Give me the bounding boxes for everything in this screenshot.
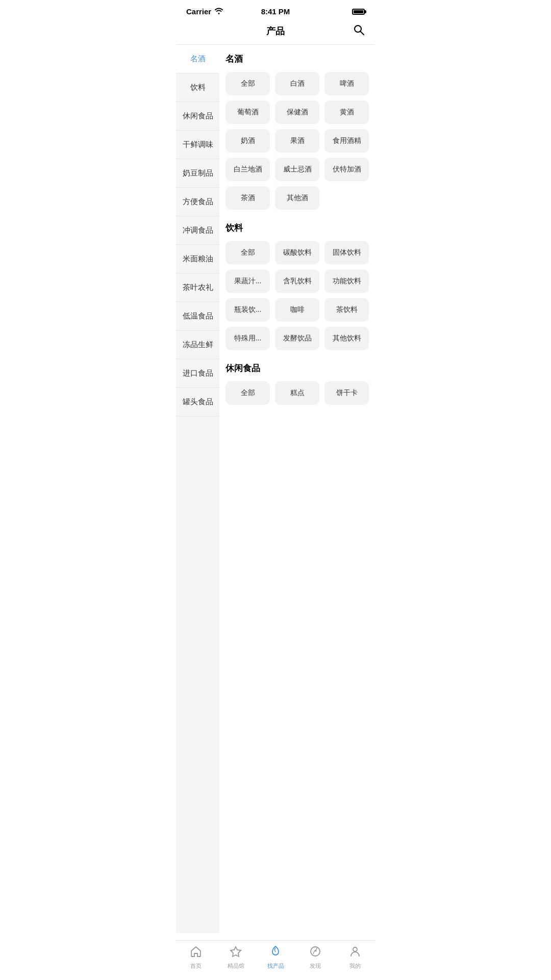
sidebar-item-dongPin[interactable]: 冻品生鲜 xyxy=(176,331,219,359)
nav-home[interactable]: 首页 xyxy=(176,945,216,970)
tag-item[interactable]: 茶酒 xyxy=(226,186,270,210)
right-content: 名酒全部白酒啤酒葡萄酒保健酒黄酒奶酒果酒食用酒精白兰地酒威士忌酒伏特加酒茶酒其他… xyxy=(219,45,375,933)
carrier-label: Carrier xyxy=(186,7,211,16)
sidebar-item-ganXian[interactable]: 干鲜调味 xyxy=(176,131,219,159)
sidebar-item-fangBian[interactable]: 方便食品 xyxy=(176,188,219,216)
sidebar-item-chaYe[interactable]: 茶叶农礼 xyxy=(176,274,219,302)
nav-find-product[interactable]: 找产品 xyxy=(256,945,295,970)
tags-grid-mingJiu: 全部白酒啤酒葡萄酒保健酒黄酒奶酒果酒食用酒精白兰地酒威士忌酒伏特加酒茶酒其他酒 xyxy=(226,72,369,210)
category-section-yinLiao: 饮料全部碳酸饮料固体饮料果蔬汁...含乳饮料功能饮料瓶装饮...咖啡茶饮料特殊用… xyxy=(226,222,369,350)
battery-icon xyxy=(352,9,365,15)
sidebar-item-chongTiao[interactable]: 冲调食品 xyxy=(176,216,219,245)
bottom-nav: 首页 精品馆 找产品 发现 xyxy=(176,940,375,980)
search-button[interactable] xyxy=(353,23,365,39)
main-content: 名酒饮料休闲食品干鲜调味奶豆制品方便食品冲调食品米面粮油茶叶农礼低温食品冻品生鲜… xyxy=(176,45,375,933)
sidebar-item-miMian[interactable]: 米面粮油 xyxy=(176,245,219,274)
page-title: 产品 xyxy=(266,25,285,37)
nav-discover[interactable]: 发现 xyxy=(295,945,335,970)
tag-item[interactable]: 伏特加酒 xyxy=(324,158,369,181)
tag-item[interactable]: 功能饮料 xyxy=(324,270,369,293)
sidebar-item-xiuXian[interactable]: 休闲食品 xyxy=(176,102,219,131)
tag-item[interactable]: 葡萄酒 xyxy=(226,101,270,124)
tag-item[interactable]: 食用酒精 xyxy=(324,129,369,153)
nav-premium-label: 精品馆 xyxy=(228,962,244,970)
tag-item[interactable]: 糕点 xyxy=(275,381,319,405)
tags-grid-yinLiao: 全部碳酸饮料固体饮料果蔬汁...含乳饮料功能饮料瓶装饮...咖啡茶饮料特殊用..… xyxy=(226,241,369,350)
nav-home-label: 首页 xyxy=(190,962,202,970)
tag-item[interactable]: 白酒 xyxy=(275,72,319,95)
tag-item[interactable]: 咖啡 xyxy=(275,298,319,322)
wifi-icon xyxy=(214,7,223,16)
svg-line-1 xyxy=(361,32,364,35)
tag-item[interactable]: 瓶装饮... xyxy=(226,298,270,322)
tag-item[interactable]: 奶酒 xyxy=(226,129,270,153)
header: 产品 xyxy=(176,20,375,45)
category-title-mingJiu: 名酒 xyxy=(226,53,369,65)
tag-item[interactable]: 白兰地酒 xyxy=(226,158,270,181)
svg-point-4 xyxy=(315,950,317,952)
sidebar-item-mingJiu[interactable]: 名酒 xyxy=(176,45,219,74)
discover-icon xyxy=(309,945,322,960)
sidebar: 名酒饮料休闲食品干鲜调味奶豆制品方便食品冲调食品米面粮油茶叶农礼低温食品冻品生鲜… xyxy=(176,45,219,933)
category-title-yinLiao: 饮料 xyxy=(226,222,369,234)
sidebar-item-diWen[interactable]: 低温食品 xyxy=(176,302,219,331)
tag-item[interactable]: 保健酒 xyxy=(275,101,319,124)
tag-item[interactable]: 啤酒 xyxy=(324,72,369,95)
tag-item[interactable]: 全部 xyxy=(226,241,270,264)
tag-item[interactable]: 全部 xyxy=(226,72,270,95)
tag-item[interactable]: 特殊用... xyxy=(226,327,270,350)
time-label: 8:41 PM xyxy=(261,7,290,16)
tag-item[interactable]: 茶饮料 xyxy=(324,298,369,322)
nav-mine-label: 我的 xyxy=(349,962,361,970)
nav-mine[interactable]: 我的 xyxy=(335,945,375,970)
tag-item[interactable]: 果酒 xyxy=(275,129,319,153)
tag-item[interactable]: 含乳饮料 xyxy=(275,270,319,293)
mine-icon xyxy=(348,945,362,960)
tag-item[interactable]: 发酵饮品 xyxy=(275,327,319,350)
sidebar-item-yinLiao[interactable]: 饮料 xyxy=(176,74,219,102)
svg-point-5 xyxy=(353,947,357,951)
tags-grid-xiuXian: 全部糕点饼干卡 xyxy=(226,381,369,405)
category-section-xiuXian: 休闲食品全部糕点饼干卡 xyxy=(226,362,369,405)
tag-item[interactable]: 固体饮料 xyxy=(324,241,369,264)
sidebar-item-guanTou[interactable]: 罐头食品 xyxy=(176,388,219,416)
tag-item[interactable]: 其他酒 xyxy=(275,186,319,210)
tag-item[interactable]: 饼干卡 xyxy=(324,381,369,405)
tag-item[interactable]: 碳酸饮料 xyxy=(275,241,319,264)
tag-item[interactable]: 全部 xyxy=(226,381,270,405)
status-bar: Carrier 8:41 PM xyxy=(176,0,375,20)
tag-item[interactable]: 果蔬汁... xyxy=(226,270,270,293)
home-icon xyxy=(189,945,203,960)
svg-marker-2 xyxy=(231,947,241,957)
tag-item[interactable]: 其他饮料 xyxy=(324,327,369,350)
tag-item[interactable]: 威士忌酒 xyxy=(275,158,319,181)
sidebar-item-jinKou[interactable]: 进口食品 xyxy=(176,359,219,388)
tag-item[interactable]: 黄酒 xyxy=(324,101,369,124)
nav-discover-label: 发现 xyxy=(310,962,321,970)
find-product-icon xyxy=(269,945,282,960)
category-section-mingJiu: 名酒全部白酒啤酒葡萄酒保健酒黄酒奶酒果酒食用酒精白兰地酒威士忌酒伏特加酒茶酒其他… xyxy=(226,53,369,210)
premium-icon xyxy=(229,945,242,960)
sidebar-item-naiDou[interactable]: 奶豆制品 xyxy=(176,159,219,188)
nav-premium[interactable]: 精品馆 xyxy=(216,945,256,970)
category-title-xiuXian: 休闲食品 xyxy=(226,362,369,374)
nav-find-product-label: 找产品 xyxy=(267,962,284,970)
